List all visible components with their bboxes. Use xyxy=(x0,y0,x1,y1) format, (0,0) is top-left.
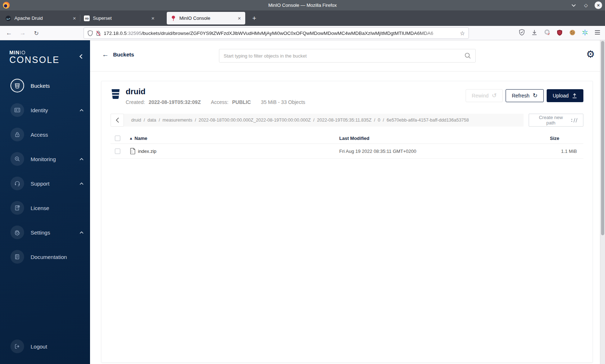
table-header-row: ▴ Name Last Modified Size xyxy=(111,133,583,144)
upload-icon xyxy=(572,93,577,99)
sidebar-item-label: Identity xyxy=(31,107,80,113)
column-header-modified[interactable]: Last Modified xyxy=(339,136,550,141)
superset-favicon-icon: ∞ xyxy=(84,15,90,21)
sidebar-item-label: Monitoring xyxy=(31,156,80,162)
browser-back-button[interactable]: ← xyxy=(4,28,14,38)
logout-icon xyxy=(10,340,24,353)
tab-label: MinIO Console xyxy=(179,15,237,21)
breadcrumb-segment[interactable]: 2022-08-19T05:35:11.835Z xyxy=(317,118,371,123)
breadcrumb-segment[interactable]: 0 xyxy=(378,118,380,123)
tab-minio-console[interactable]: MinIO Console × xyxy=(167,12,245,24)
breadcrumb-segment[interactable]: 6e570ebb-a6fa-4157-baff-ddd136a53758 xyxy=(387,118,469,123)
sidebar-item-monitoring[interactable]: Monitoring xyxy=(0,147,90,171)
sidebar-item-license[interactable]: License xyxy=(0,196,90,220)
row-checkbox[interactable] xyxy=(115,149,120,154)
object-size: 1.1 MiB xyxy=(550,149,584,154)
create-new-path-button[interactable]: Create new path xyxy=(529,114,583,127)
browser-reload-button[interactable]: ↻ xyxy=(32,28,41,38)
bucket-icon xyxy=(10,79,24,92)
insecure-lock-icon[interactable] xyxy=(96,30,101,36)
zip-file-icon xyxy=(130,148,135,154)
tab-strip: Apache Druid × ∞ Superset × MinIO Consol… xyxy=(0,10,605,26)
chevron-up-icon[interactable] xyxy=(80,182,84,185)
tab-superset[interactable]: ∞ Superset × xyxy=(80,12,159,24)
upload-button[interactable]: Upload xyxy=(547,89,583,102)
back-to-buckets-link[interactable]: ← Buckets xyxy=(102,51,134,58)
sidebar-item-label: Buckets xyxy=(31,83,84,89)
tab-apache-druid[interactable]: Apache Druid × xyxy=(2,12,80,24)
breadcrumb-segment[interactable]: 2022-08-18T00:00:00.000Z_2022-08-19T00:0… xyxy=(198,118,310,123)
refresh-button[interactable]: Refresh ↻ xyxy=(506,89,543,102)
column-header-name[interactable]: Name xyxy=(135,136,147,141)
license-document-icon xyxy=(10,201,24,215)
console-header: ← Buckets ⚙ xyxy=(90,40,600,72)
minio-favicon-icon xyxy=(170,15,176,21)
url-text[interactable]: 172.18.0.5:32595/buckets/druid/browse/ZG… xyxy=(104,31,458,36)
scrollbar-thumb[interactable] xyxy=(601,41,604,235)
sidebar-item-buckets[interactable]: Buckets xyxy=(0,73,90,98)
window-titlebar: MinIO Console — Mozilla Firefox ◇ × xyxy=(0,0,605,10)
object-filter-searchbox[interactable] xyxy=(219,49,476,63)
bookmark-star-icon[interactable]: ☆ xyxy=(460,30,465,37)
main-content: druid Created: 2022-08-19T05:32:09Z Acce… xyxy=(90,72,600,364)
select-all-checkbox[interactable] xyxy=(115,136,120,141)
column-header-size[interactable]: Size xyxy=(550,136,584,141)
chevron-up-icon[interactable] xyxy=(80,109,84,112)
url-port: :32595 xyxy=(127,31,142,36)
breadcrumb-segment[interactable]: druid xyxy=(131,118,141,123)
sidebar-item-label: Support xyxy=(31,181,80,187)
browser-toolbar: ← → ↻ 172.18.0.5:32595/buckets/druid/bro… xyxy=(0,26,605,40)
monitoring-icon xyxy=(10,152,24,166)
breadcrumb[interactable]: druid / data / measurements / 2022-08-18… xyxy=(124,114,524,127)
new-tab-button[interactable]: + xyxy=(249,13,260,24)
chevron-up-icon[interactable] xyxy=(80,158,84,160)
breadcrumb-segment[interactable]: data xyxy=(147,118,156,123)
tab-close-icon[interactable]: × xyxy=(72,15,77,21)
sidebar-item-support[interactable]: Support xyxy=(0,171,90,196)
url-bar[interactable]: 172.18.0.5:32595/buckets/druid/browse/ZG… xyxy=(84,27,469,39)
url-path: /buckets/druid/browse/ZGF0YS9tZWFzdXJlbW… xyxy=(142,31,433,36)
sidebar-item-settings[interactable]: Settings xyxy=(0,220,90,245)
breadcrumb-segment[interactable]: measurements xyxy=(162,118,192,123)
headset-icon xyxy=(10,177,24,190)
sidebar-item-access[interactable]: Access xyxy=(0,122,90,147)
tab-close-icon[interactable]: × xyxy=(151,15,155,21)
window-minimize-icon[interactable] xyxy=(570,2,577,9)
chevron-up-icon[interactable] xyxy=(80,231,84,234)
window-maximize-icon[interactable]: ◇ xyxy=(582,2,590,9)
new-path-icon xyxy=(571,118,578,123)
druid-favicon-icon xyxy=(5,15,11,21)
tab-close-icon[interactable]: × xyxy=(237,15,242,21)
menu-hamburger-icon[interactable] xyxy=(593,28,601,36)
shield-check-extension-icon[interactable] xyxy=(518,28,526,36)
shield-permissions-icon[interactable] xyxy=(88,30,93,36)
back-label: Buckets xyxy=(113,51,134,58)
table-row[interactable]: index.zip Fri Aug 19 2022 08:35:11 GMT+0… xyxy=(111,144,583,159)
access-label: Access: xyxy=(211,99,228,105)
sidebar-item-documentation[interactable]: Documentation xyxy=(0,245,90,269)
sort-ascending-icon[interactable]: ▴ xyxy=(130,136,132,141)
rewind-button[interactable]: Rewind ↺ xyxy=(466,89,503,102)
path-back-button[interactable] xyxy=(111,114,124,127)
pinwheel-extension-icon[interactable] xyxy=(581,28,589,36)
console-settings-gear-icon[interactable]: ⚙ xyxy=(586,50,595,59)
object-name[interactable]: index.zip xyxy=(138,149,156,154)
identity-card-icon xyxy=(10,103,24,117)
page-scrollbar[interactable] xyxy=(600,40,605,364)
sidebar-item-identity[interactable]: Identity xyxy=(0,98,90,122)
sidebar-item-logout[interactable]: Logout xyxy=(0,334,90,359)
bucket-browser-card: druid Created: 2022-08-19T05:32:09Z Acce… xyxy=(101,81,593,363)
search-icon xyxy=(465,53,471,59)
window-close-icon[interactable]: × xyxy=(595,1,602,9)
ublock-extension-icon[interactable] xyxy=(556,28,564,36)
downloads-icon[interactable] xyxy=(530,28,538,36)
objects-table: ▴ Name Last Modified Size index.zip Fri … xyxy=(111,133,583,159)
minio-logo: MINIO CONSOLE xyxy=(9,50,60,65)
mask-extension-icon[interactable] xyxy=(543,28,551,36)
search-input[interactable] xyxy=(224,53,465,59)
sidebar-collapse-icon[interactable] xyxy=(79,54,83,59)
window-title: MinIO Console — Mozilla Firefox xyxy=(268,3,337,8)
cookie-extension-icon[interactable] xyxy=(568,28,576,36)
minio-sidebar: MINIO CONSOLE Buckets Identity xyxy=(0,40,90,364)
browser-forward-button[interactable]: → xyxy=(18,28,27,38)
